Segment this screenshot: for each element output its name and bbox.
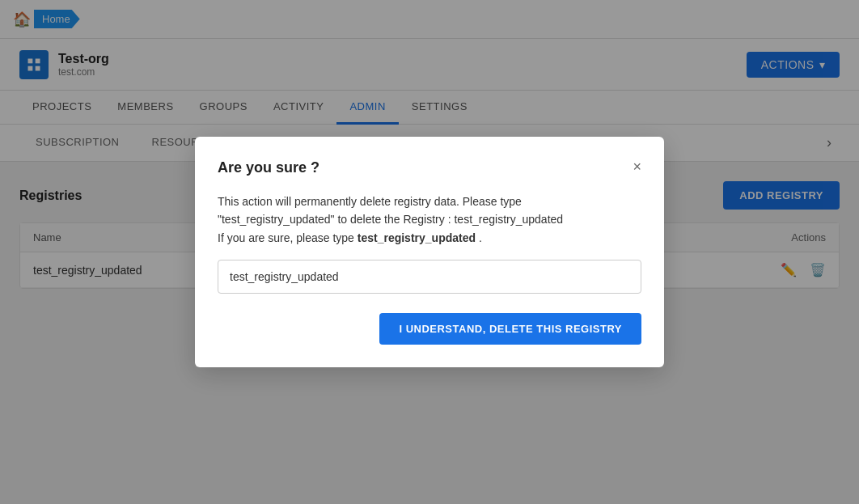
modal-body-line2: to delete the Registry : test_registry_u… <box>337 213 563 226</box>
modal-body-line3: If you are sure, please type <box>218 231 358 244</box>
modal-overlay: Are you sure ? × This action will perman… <box>0 0 859 308</box>
modal-body-line1: This action will permanently delete regi… <box>218 195 522 208</box>
confirm-delete-modal: Are you sure ? × This action will perman… <box>195 137 664 308</box>
modal-body-end: . <box>476 231 482 244</box>
modal-close-button[interactable]: × <box>633 159 641 174</box>
modal-body-bold: test_registry_updated <box>358 231 476 244</box>
modal-header: Are you sure ? × <box>218 159 641 176</box>
modal-body-quoted: "test_registry_updated" <box>218 213 335 226</box>
confirmation-input[interactable] <box>218 260 641 294</box>
modal-body: This action will permanently delete regi… <box>218 193 641 294</box>
modal-title: Are you sure ? <box>218 159 319 176</box>
modal-message: This action will permanently delete regi… <box>218 193 641 247</box>
